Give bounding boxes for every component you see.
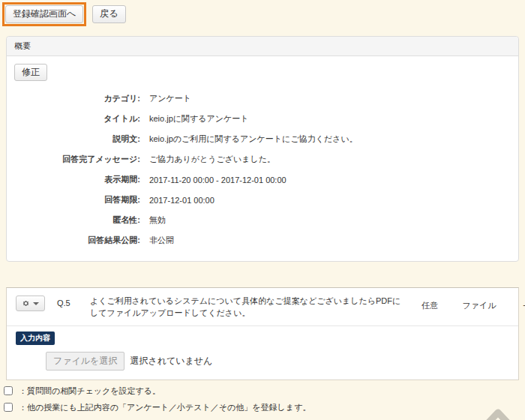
field-value: アンケート — [149, 93, 511, 104]
field-value: 無効 — [149, 214, 511, 226]
confirm-registration-button-top[interactable]: 登録確認画面へ — [5, 5, 83, 23]
register-other-classes-label: ：他の授業にも上記内容の「アンケート／小テスト／その他」を登録します。 — [19, 402, 310, 413]
field-row-anonymity: 匿名性: 無効 — [14, 210, 511, 230]
overview-fields: カテゴリ: アンケート タイトル: keio.jpに関するアンケート 説明文: … — [14, 88, 511, 250]
register-other-classes-option: ：他の授業にも上記内容の「アンケート／小テスト／その他」を登録します。 — [4, 402, 525, 413]
field-row-result-publication: 回答結果公開: 非公開 — [14, 230, 511, 250]
back-button-top[interactable]: 戻る — [92, 5, 125, 23]
top-toolbar: 登録確認画面へ 戻る — [0, 0, 525, 26]
gear-icon — [22, 299, 30, 308]
input-content-badge: 入力内容 — [16, 332, 55, 345]
question-type: ファイル — [452, 296, 507, 311]
overview-panel-title: 概要 — [7, 37, 518, 56]
question-row: Q.5 よくご利用されているシステムについて具体的なご提案などございましたらPD… — [7, 288, 518, 326]
question-text: よくご利用されているシステムについて具体的なご提案などございましたらPDFにして… — [90, 296, 408, 319]
field-label: 表示期間: — [14, 174, 140, 185]
question-settings-dropdown[interactable] — [16, 296, 45, 311]
field-label: 回答完了メッセージ: — [14, 154, 140, 165]
overview-panel-body: 修正 カテゴリ: アンケート タイトル: keio.jpに関するアンケート 説明… — [7, 56, 518, 262]
correlation-check-checkbox[interactable] — [4, 386, 13, 395]
file-input-row: ファイルを選択 選択されていません — [46, 352, 509, 370]
field-row-complete-message: 回答完了メッセージ: ご協力ありがとうございました。 — [14, 149, 511, 170]
register-other-classes-checkbox[interactable] — [4, 403, 13, 412]
field-row-answer-deadline: 回答期限: 2017-12-01 00:00 — [14, 190, 511, 210]
field-label: 回答結果公開: — [14, 235, 140, 246]
question-points: - — [507, 296, 525, 309]
field-value: 非公開 — [149, 235, 511, 246]
edit-button[interactable]: 修正 — [14, 64, 47, 82]
field-value: ご協力ありがとうございました。 — [149, 154, 511, 165]
field-row-title: タイトル: keio.jpに関するアンケート — [14, 109, 511, 129]
field-value: keio.jpのご利用に関するアンケートにご協力ください。 — [149, 134, 511, 145]
choose-file-button[interactable]: ファイルを選択 — [46, 352, 124, 370]
field-label: 匿名性: — [14, 214, 140, 226]
question-number: Q.5 — [57, 296, 90, 308]
question-required-flag: 任意 — [408, 296, 452, 311]
annotation-highlight-top: 登録確認画面へ — [2, 2, 86, 26]
question-input-area: 入力内容 ファイルを選択 選択されていません — [7, 326, 518, 380]
field-row-display-period: 表示期間: 2017-11-20 00:00 - 2017-12-01 00:0… — [14, 170, 511, 190]
field-label: 説明文: — [14, 134, 140, 145]
file-status-text: 選択されていません — [130, 355, 212, 368]
field-label: タイトル: — [14, 113, 140, 124]
field-row-category: カテゴリ: アンケート — [14, 88, 511, 109]
scroll-top-button[interactable] — [482, 406, 514, 420]
correlation-check-label: ：質問間の相関チェックを設定する。 — [19, 386, 160, 397]
chevron-up-icon — [482, 406, 514, 420]
field-label: 回答期限: — [14, 194, 140, 206]
field-value: 2017-11-20 00:00 - 2017-12-01 00:00 — [149, 176, 511, 184]
overview-panel: 概要 修正 カテゴリ: アンケート タイトル: keio.jpに関するアンケート… — [6, 36, 519, 262]
field-row-description: 説明文: keio.jpのご利用に関するアンケートにご協力ください。 — [14, 129, 511, 149]
field-label: カテゴリ: — [14, 93, 140, 104]
field-value: keio.jpに関するアンケート — [149, 113, 511, 124]
question-panel: Q.5 よくご利用されているシステムについて具体的なご提案などございましたらPD… — [6, 287, 519, 380]
chevron-down-icon — [33, 302, 39, 305]
correlation-check-option: ：質問間の相関チェックを設定する。 — [4, 386, 525, 397]
field-value: 2017-12-01 00:00 — [149, 196, 511, 205]
